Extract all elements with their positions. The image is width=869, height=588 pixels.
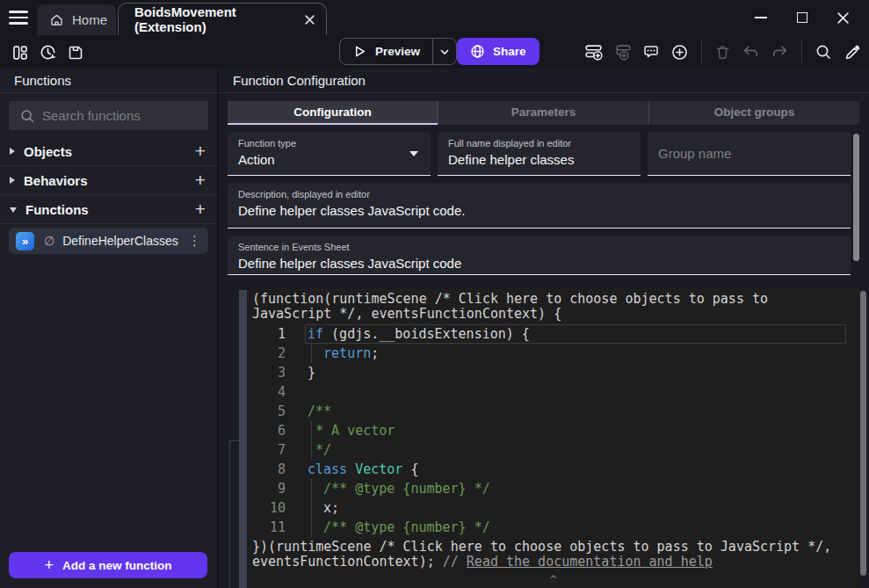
documentation-link[interactable]: Read the documentation and help: [467, 554, 713, 570]
tab-close-icon[interactable]: [304, 14, 315, 25]
add-comment-button[interactable]: [642, 43, 660, 61]
line-number: 8: [249, 460, 286, 479]
events-sheet: (function(runtimeScene /* Click here to …: [219, 286, 869, 588]
indent-guide: [311, 440, 312, 460]
preview-button[interactable]: Preview: [339, 38, 457, 65]
code-text: class Vector {: [286, 460, 418, 479]
indent-guide: [311, 518, 312, 537]
tab-boidsmovement[interactable]: BoidsMovement (Extension): [118, 3, 327, 35]
sidebar-section-behaviors[interactable]: Behaviors +: [0, 166, 217, 195]
tab-parameters[interactable]: Parameters: [438, 101, 648, 125]
private-function-icon: ∅: [44, 234, 54, 248]
preview-options-button[interactable]: [432, 39, 456, 64]
form-scrollbar[interactable]: [853, 134, 859, 261]
search-functions-input[interactable]: [9, 101, 208, 130]
code-line[interactable]: 2 return;: [249, 344, 858, 363]
code-header[interactable]: (function(runtimeScene /* Click here to …: [249, 289, 858, 322]
footer-comment-prefix: //: [443, 554, 467, 570]
line-number: 7: [249, 440, 286, 460]
code-line[interactable]: 4: [249, 382, 858, 402]
add-function-plus-button[interactable]: +: [195, 200, 206, 218]
code-scrollbar[interactable]: [860, 291, 866, 576]
chevron-right-icon: [10, 148, 15, 155]
event-drag-handle[interactable]: [239, 290, 247, 588]
main-menu-icon[interactable]: [9, 11, 28, 25]
project-manager-button[interactable]: [11, 44, 29, 62]
line-number: 6: [249, 421, 286, 440]
function-action-icon: »: [16, 232, 34, 250]
indent-guide: [311, 344, 312, 363]
undo-icon: [742, 43, 760, 62]
sidebar-section-functions[interactable]: Functions +: [0, 195, 217, 224]
share-label: Share: [493, 45, 526, 58]
code-text: return;: [286, 344, 379, 363]
full-name-field[interactable]: Full name displayed in editor Define hel…: [438, 132, 641, 176]
window-controls: [740, 0, 864, 35]
save-button[interactable]: [67, 44, 84, 62]
line-number: 5: [249, 402, 286, 421]
code-line[interactable]: 9 /** @type {number} */: [249, 479, 858, 498]
add-behavior-button[interactable]: +: [195, 171, 206, 189]
code-text: */: [286, 440, 331, 460]
code-line[interactable]: 11 /** @type {number} */: [249, 518, 858, 537]
add-object-button[interactable]: +: [195, 142, 206, 160]
code-footer[interactable]: })(runtimeScene /* Click here to choose …: [249, 537, 858, 570]
toolbar: Preview Share: [0, 35, 869, 69]
editor-resize-caret[interactable]: ^: [249, 573, 858, 586]
edit-pencil-icon: [843, 43, 861, 62]
project-manager-icon: [11, 44, 29, 62]
description-field[interactable]: Description, displayed in editor Define …: [228, 183, 851, 229]
code-line[interactable]: 6 * A vector: [249, 421, 858, 440]
code-line[interactable]: 8class Vector {: [249, 460, 858, 479]
redo-icon: [771, 43, 789, 62]
tab-configuration[interactable]: Configuration: [228, 101, 438, 125]
configuration-form: Function type Action Full name displayed…: [228, 132, 851, 282]
home-icon: [49, 12, 64, 27]
add-other-events-button[interactable]: [670, 43, 689, 62]
delete-button[interactable]: [714, 44, 731, 61]
configuration-tabs: Configuration Parameters Object groups: [228, 101, 859, 125]
version-history-button[interactable]: [39, 43, 57, 62]
sidebar-title: Functions: [0, 69, 217, 93]
close-button[interactable]: [822, 0, 864, 35]
version-history-icon: [39, 43, 57, 62]
function-type-label: Function type: [238, 138, 420, 149]
maximize-button[interactable]: [781, 0, 822, 35]
trash-icon: [714, 44, 731, 61]
code-line[interactable]: 3}: [249, 363, 858, 382]
tab-object-groups[interactable]: Object groups: [648, 101, 859, 125]
plus-icon: +: [44, 556, 54, 575]
edit-settings-button[interactable]: [843, 43, 861, 62]
chevron-down-icon: [10, 207, 17, 213]
section-label: Behaviors: [24, 173, 88, 188]
full-name-label: Full name displayed in editor: [448, 138, 630, 149]
redo-button[interactable]: [771, 43, 789, 62]
full-name-value: Define helper classes: [448, 152, 630, 167]
minimize-icon: [755, 17, 767, 18]
minimize-button[interactable]: [740, 0, 781, 35]
undo-button[interactable]: [742, 43, 760, 62]
function-options-icon[interactable]: ⋮: [188, 233, 201, 249]
line-number: 11: [249, 518, 286, 537]
group-name-field[interactable]: Group name: [648, 132, 851, 176]
code-line[interactable]: 1if (gdjs.__boidsExtension) {: [249, 324, 858, 344]
code-line[interactable]: 7 */: [249, 440, 858, 460]
function-type-select[interactable]: Function type Action: [228, 132, 431, 176]
sidebar-item-definehelperclasses[interactable]: » ∅ DefineHelperClasses ⋮: [9, 228, 208, 254]
section-label: Objects: [24, 144, 72, 159]
share-button[interactable]: Share: [457, 38, 540, 65]
search-button[interactable]: [815, 43, 832, 61]
indent-guide: [311, 479, 312, 498]
add-subevent-button[interactable]: [613, 43, 632, 62]
sentence-field[interactable]: Sentence in Events Sheet Define helper c…: [228, 236, 851, 275]
chevron-right-icon: [10, 177, 15, 184]
tab-home[interactable]: Home: [37, 4, 116, 35]
code-text: /** @type {number} */: [286, 479, 490, 498]
add-event-button[interactable]: [584, 43, 603, 62]
sidebar-section-objects[interactable]: Objects +: [0, 137, 217, 166]
tab-boidsmovement-label: BoidsMovement (Extension): [134, 4, 304, 34]
add-new-function-button[interactable]: + Add a new function: [9, 552, 207, 578]
code-line[interactable]: 5/**: [249, 402, 858, 421]
sentence-value: Define helper classes JavaScript code: [238, 256, 840, 271]
code-line[interactable]: 10 x;: [249, 498, 858, 518]
